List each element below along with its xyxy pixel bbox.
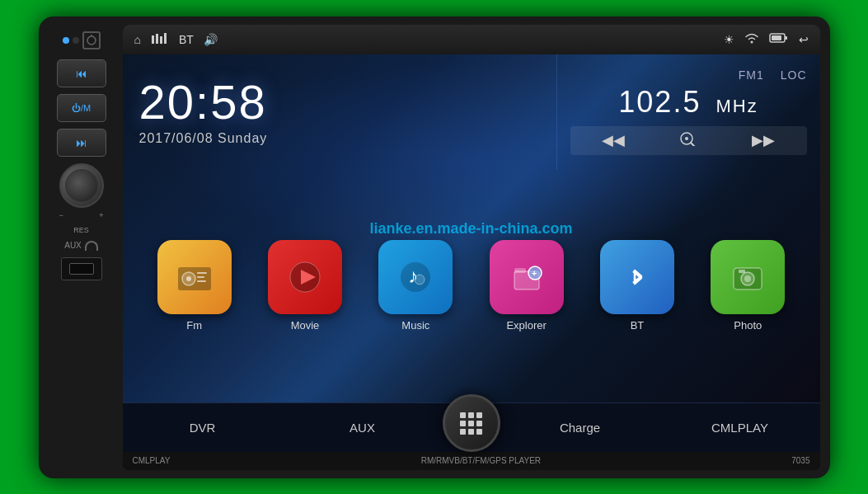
radio-frequency: 102.5 MHz (570, 85, 807, 120)
res-label: RES (73, 226, 89, 234)
app-label-bt: BT (631, 319, 645, 332)
svg-rect-5 (164, 33, 167, 44)
antenna-icon (82, 31, 101, 49)
status-icons-left: ⌂ BT 🔊 (134, 32, 218, 46)
svg-point-6 (750, 41, 753, 44)
radio-rewind[interactable]: ◀◀ (594, 131, 633, 150)
svg-rect-8 (785, 36, 787, 40)
knob-inner (65, 169, 98, 202)
clock-section: 20:58 2017/06/08 Sunday (123, 54, 556, 170)
radio-forward[interactable]: ▶▶ (744, 131, 783, 150)
app-label-fm: Fm (186, 319, 202, 332)
radio-band-row: FM1 LOC (570, 68, 807, 82)
clock-time: 20:58 (139, 78, 540, 126)
indicator-dot-2 (73, 37, 79, 44)
app-icon-fm (157, 240, 232, 314)
app-label-explorer: Explorer (506, 319, 546, 332)
svg-rect-9 (772, 35, 781, 40)
left-panel: ⏮ ⏻/M ⏭ − + RES AUX (49, 25, 115, 470)
back-icon[interactable]: ↩ (799, 33, 809, 46)
prev-button[interactable]: ⏮ (57, 59, 106, 87)
app-explorer[interactable]: + Explorer (490, 240, 564, 332)
app-icon-photo (711, 240, 785, 314)
svg-point-0 (87, 36, 96, 45)
info-brand: CMLPLAY (133, 456, 171, 465)
svg-line-11 (691, 143, 696, 146)
volume-icon: 🔊 (204, 33, 218, 46)
knob-labels: − + (59, 211, 104, 219)
content-area: lianke.en.made-in-china.com 20:58 2017/0… (123, 54, 820, 402)
aux-label: AUX (64, 241, 82, 250)
app-label-music: Music (401, 319, 429, 332)
svg-rect-25 (514, 268, 526, 273)
app-icon-music: ♪ (378, 240, 453, 314)
next-button[interactable]: ⏭ (57, 129, 106, 157)
clock-date: 2017/06/08 Sunday (139, 131, 540, 146)
radio-section: FM1 LOC 102.5 MHz ◀◀ (556, 54, 820, 170)
volume-knob[interactable] (59, 163, 104, 208)
app-icon-movie (268, 240, 342, 314)
radio-scan[interactable] (671, 131, 706, 150)
status-bar: ⌂ BT 🔊 ☀ (123, 25, 820, 54)
app-icon-bt (600, 240, 674, 314)
power-button[interactable]: ⏻/M (57, 94, 106, 122)
app-label-photo: Photo (734, 319, 762, 332)
bt-status-label: BT (179, 33, 194, 46)
svg-point-12 (685, 137, 688, 140)
nav-aux[interactable]: AUX (283, 403, 443, 452)
volume-knob-container: − + (59, 163, 104, 219)
svg-rect-18 (197, 280, 206, 282)
nav-center-grid[interactable] (443, 394, 500, 452)
app-icon-explorer: + (490, 240, 564, 314)
indicator-dot-1 (63, 37, 69, 44)
grid-icon (460, 412, 482, 435)
info-bar: CMLPLAY RM/RMVB/BT/FM/GPS PLAYER 7035 (123, 452, 820, 470)
brightness-icon: ☀ (724, 33, 734, 46)
top-indicators (63, 31, 101, 49)
info-formats: RM/RMVB/BT/FM/GPS PLAYER (421, 456, 541, 465)
usb-slot[interactable] (61, 257, 102, 280)
svg-rect-2 (152, 35, 154, 44)
svg-text:+: + (532, 268, 537, 278)
svg-rect-16 (197, 272, 207, 274)
battery-icon (769, 32, 789, 46)
app-fm[interactable]: Fm (157, 240, 232, 332)
radio-mode: LOC (781, 68, 807, 82)
bottom-nav-bar: DVR AUX Charge CMLPLAY (123, 402, 820, 452)
main-screen: ⌂ BT 🔊 ☀ (123, 25, 820, 470)
radio-controls: ◀◀ ▶▶ (570, 126, 807, 155)
car-stereo-unit: ⏮ ⏻/M ⏭ − + RES AUX (39, 16, 830, 478)
app-bt[interactable]: BT (600, 240, 674, 332)
svg-point-23 (415, 275, 425, 285)
status-icons-right: ☀ (724, 32, 809, 46)
nav-charge[interactable]: Charge (500, 403, 660, 452)
nav-dvr[interactable]: DVR (123, 403, 283, 452)
apps-section: Fm Movie ♪ (123, 170, 820, 402)
svg-rect-4 (160, 36, 162, 44)
info-model: 7035 (791, 456, 809, 465)
headphone-icon (85, 241, 98, 251)
app-photo[interactable]: Photo (711, 240, 785, 332)
svg-rect-3 (156, 34, 158, 44)
svg-point-30 (744, 275, 751, 282)
app-music[interactable]: ♪ Music (378, 240, 453, 332)
svg-rect-17 (197, 276, 204, 278)
app-movie[interactable]: Movie (268, 240, 342, 332)
home-icon: ⌂ (134, 33, 141, 46)
equalizer-icon (151, 32, 169, 46)
app-label-movie: Movie (291, 319, 320, 332)
wifi-icon (744, 32, 759, 46)
nav-cmlplay[interactable]: CMLPLAY (660, 403, 820, 452)
radio-band: FM1 (739, 68, 764, 82)
svg-point-15 (186, 276, 191, 281)
svg-rect-31 (739, 270, 745, 273)
aux-row: AUX (64, 241, 98, 251)
top-section: 20:58 2017/06/08 Sunday FM1 LOC 102.5 MH… (123, 54, 820, 170)
